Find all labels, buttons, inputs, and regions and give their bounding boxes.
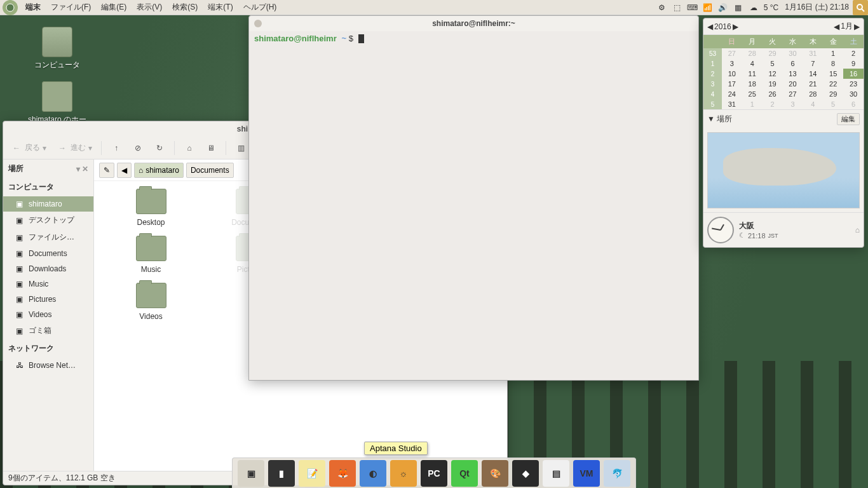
forward-button[interactable]: → 進む ▾ (53, 139, 96, 157)
calendar-day[interactable]: 3 (722, 58, 742, 69)
calendar-day[interactable]: 30 (843, 89, 864, 99)
menu-search[interactable]: 検索(S) (167, 2, 203, 13)
sidebar-item[interactable]: ▣Music (3, 276, 93, 292)
calendar-day[interactable]: 2 (763, 99, 783, 109)
weather-temp[interactable]: 5 °C (761, 3, 781, 12)
calendar-day[interactable]: 1 (823, 48, 843, 58)
menu-terminal[interactable]: 端末(T) (203, 2, 238, 13)
dock-item-pycharm[interactable]: PC (421, 460, 447, 487)
dock-item-firefox[interactable]: 🦊 (329, 460, 356, 487)
calendar-day[interactable]: 16 (843, 69, 864, 79)
pathbar-edit-button[interactable]: ✎ (99, 163, 114, 178)
calendar-day[interactable]: 20 (783, 79, 803, 89)
calendar-day[interactable]: 21 (803, 79, 823, 89)
calendar-day[interactable]: 5 (763, 58, 783, 69)
folder-item[interactable]: Desktop (102, 189, 200, 227)
calendar-day[interactable]: 14 (803, 69, 823, 79)
month-nav[interactable]: ◀ 1月 ▶ (834, 21, 860, 32)
calendar-day[interactable]: 30 (783, 48, 803, 58)
dock-item-terminal[interactable]: ▮ (268, 460, 295, 487)
calendar-day[interactable]: 1 (742, 99, 763, 109)
sidebar-item[interactable]: ▣shimataro (3, 196, 93, 212)
reload-button[interactable]: ↻ (150, 139, 169, 157)
home-icon[interactable]: ⌂ (855, 226, 860, 234)
calendar-day[interactable]: 29 (823, 89, 843, 99)
dock-item-gimp[interactable]: 🎨 (482, 460, 508, 487)
calendar-day[interactable]: 24 (722, 89, 742, 99)
tray-icon[interactable]: ⚙ (656, 1, 668, 14)
sidebar-item[interactable]: ▣ゴミ箱 (3, 322, 93, 339)
folder-item[interactable]: Music (102, 236, 200, 274)
tray-icon[interactable]: ⬚ (671, 1, 684, 14)
sidebar-item[interactable]: ▣Downloads (3, 261, 93, 276)
volume-icon[interactable]: 🔊 (717, 1, 729, 14)
dock-item-vbox[interactable]: VM (573, 460, 600, 487)
menu-edit[interactable]: 編集(E) (96, 2, 132, 13)
computer-button[interactable]: 🖥 (201, 139, 220, 157)
calendar-day[interactable]: 29 (763, 48, 783, 58)
workspace-icon[interactable]: ▦ (732, 1, 745, 14)
back-button[interactable]: ← 戻る ▾ (7, 139, 50, 157)
calendar-day[interactable]: 17 (722, 79, 742, 89)
pathbar-back-button[interactable]: ◀ (117, 163, 132, 178)
up-button[interactable]: ↑ (107, 139, 126, 157)
calendar-day[interactable]: 15 (823, 69, 843, 79)
dock-item-inkscape[interactable]: ◆ (512, 460, 539, 487)
dock-item-mysql[interactable]: 🐬 (604, 460, 630, 487)
dock-item-aptana[interactable]: ☼ (390, 460, 417, 487)
calendar-day[interactable]: 23 (843, 79, 864, 89)
pathbar-next[interactable]: Documents (186, 163, 234, 178)
window-button-icon[interactable] (254, 20, 262, 27)
desktop-computer-icon[interactable]: コンピュータ (25, 27, 89, 71)
folder-item[interactable]: Videos (102, 283, 200, 321)
sidebar-item[interactable]: ▣デスクトップ (3, 212, 93, 229)
calendar-day[interactable]: 3 (783, 99, 803, 109)
search-button[interactable] (853, 0, 868, 15)
sidebar-item[interactable]: ▣Videos (3, 307, 93, 322)
calendar-day[interactable]: 26 (763, 89, 783, 99)
calendar-day[interactable]: 6 (843, 99, 864, 109)
dock-item-files[interactable]: ▣ (238, 460, 264, 487)
start-menu-icon[interactable] (3, 0, 18, 15)
dock-item-libreoffice[interactable]: ▤ (543, 460, 569, 487)
world-map[interactable] (707, 132, 860, 208)
home-button[interactable]: ⌂ (180, 139, 199, 157)
calendar-day[interactable]: 13 (783, 69, 803, 79)
calendar-day[interactable]: 11 (742, 69, 763, 79)
terminal-content[interactable]: shimataro@niflheimr ~ $ (249, 31, 698, 380)
calendar-day[interactable]: 31 (803, 48, 823, 58)
calendar-day[interactable]: 7 (803, 58, 823, 69)
sidebar-item[interactable]: ▣Documents (3, 246, 93, 261)
calendar-day[interactable]: 18 (742, 79, 763, 89)
calendar-day[interactable]: 31 (722, 99, 742, 109)
calendar-day[interactable]: 22 (823, 79, 843, 89)
dock-item-notes[interactable]: 📝 (299, 460, 325, 487)
pathbar-current[interactable]: ⌂ shimataro (134, 163, 184, 178)
calendar-day[interactable]: 10 (722, 69, 742, 79)
calendar-day[interactable]: 28 (803, 89, 823, 99)
year-nav[interactable]: ◀ 2016 ▶ (707, 21, 738, 32)
calendar-day[interactable]: 27 (783, 89, 803, 99)
edit-button[interactable]: 編集 (837, 113, 860, 125)
calendar-day[interactable]: 28 (742, 48, 763, 58)
calendar-day[interactable]: 4 (742, 58, 763, 69)
terminal-titlebar[interactable]: shimataro@niflheimr:~ (249, 16, 698, 31)
network-icon[interactable]: 📶 (702, 1, 714, 14)
calendar-day[interactable]: 5 (823, 99, 843, 109)
keyboard-icon[interactable]: ⌨ (686, 1, 699, 14)
menu-help[interactable]: ヘルプ(H) (238, 2, 282, 13)
tb-button[interactable]: ▥ (231, 139, 250, 157)
sidebar-item[interactable]: 🖧Browse Net… (3, 358, 93, 373)
calendar-day[interactable]: 4 (803, 99, 823, 109)
calendar-day[interactable]: 6 (783, 58, 803, 69)
sidebar-item[interactable]: ▣ファイルシ… (3, 229, 93, 246)
dock-item-qt[interactable]: Qt (451, 460, 478, 487)
calendar-day[interactable]: 19 (763, 79, 783, 89)
calendar-day[interactable]: 12 (763, 69, 783, 79)
calendar-day[interactable]: 25 (742, 89, 763, 99)
sidebar-item[interactable]: ▣Pictures (3, 292, 93, 307)
clock[interactable]: 1月16日 (土) 21:18 (781, 2, 853, 13)
stop-button[interactable]: ⊘ (128, 139, 147, 157)
menu-view[interactable]: 表示(V) (132, 2, 167, 13)
calendar-day[interactable]: 8 (823, 58, 843, 69)
